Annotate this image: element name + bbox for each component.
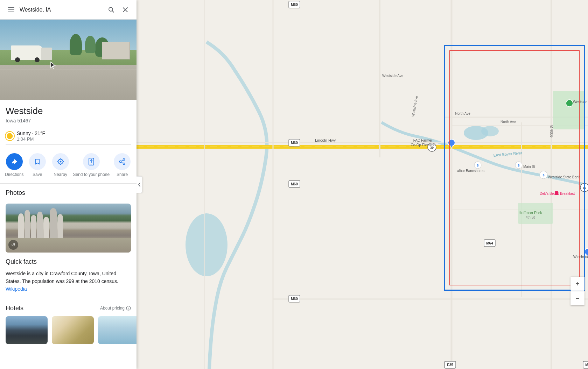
photos-title: Photos: [6, 189, 131, 197]
svg-text:M60: M60: [291, 3, 298, 7]
quick-facts-title: Quick facts: [6, 258, 131, 265]
svg-text:Deb's Bed & Breakfast: Deb's Bed & Breakfast: [540, 192, 575, 196]
hotels-header: Hotels About pricing i: [6, 305, 131, 312]
hotel-image-2: [52, 316, 94, 344]
hero-image-background: [0, 20, 136, 100]
hero-image[interactable]: [0, 20, 136, 100]
svg-text:M60: M60: [291, 182, 298, 186]
svg-line-20: [121, 162, 123, 163]
hotel-card-2[interactable]: [52, 316, 94, 344]
photo-thumbnail[interactable]: ↺: [6, 204, 131, 253]
svg-text:M60: M60: [291, 141, 298, 145]
svg-text:Westside State Bank: Westside State Bank: [548, 175, 581, 179]
svg-text:Wiechman Pig: Wiechman Pig: [573, 255, 588, 259]
svg-text:$: $: [477, 164, 478, 167]
directions-icon-circle: [6, 153, 23, 170]
map-container[interactable]: M60 M60 M60 M60 30 30 M64 E35 M64 Lincol…: [136, 0, 588, 369]
photo-image: [6, 204, 131, 253]
svg-point-26: [481, 126, 499, 136]
save-icon-circle: [29, 153, 46, 170]
collapse-sidebar-button[interactable]: [136, 176, 142, 193]
svg-text:M64: M64: [486, 241, 493, 245]
svg-point-8: [59, 161, 61, 163]
zoom-in-button[interactable]: +: [570, 277, 584, 291]
svg-text:North Ave: North Ave: [500, 120, 516, 124]
map-controls: + −: [570, 277, 584, 306]
weather-row: Sunny · 21°F 1:04 PM: [6, 128, 131, 145]
place-address: Iowa 51467: [6, 118, 131, 123]
zoom-out-button[interactable]: −: [570, 291, 584, 305]
nearby-button[interactable]: Nearby: [50, 153, 71, 178]
hotel-card-3[interactable]: [98, 316, 136, 344]
svg-line-19: [121, 160, 123, 161]
svg-text:E35: E35: [447, 363, 453, 367]
place-info: Westside Iowa 51467 Sunny · 21°F 1:04 PM: [0, 100, 136, 148]
sidebar: Westside Iowa 51467 Sunny · 21°F 1:04 PM…: [0, 0, 136, 369]
search-input[interactable]: [20, 7, 103, 13]
svg-rect-0: [8, 7, 14, 8]
svg-point-18: [120, 161, 121, 163]
photo-grid: ↺: [0, 204, 136, 258]
map-cursor: [50, 62, 56, 69]
search-bar: [0, 0, 136, 20]
weather-condition: Sunny · 21°F 1:04 PM: [17, 130, 45, 142]
place-name: Westside: [6, 106, 131, 116]
action-buttons: Directions Save Nearby: [0, 148, 136, 184]
hotel-card-1[interactable]: [6, 316, 48, 344]
hotels-section: Hotels About pricing i: [0, 299, 136, 350]
svg-point-24: [186, 213, 227, 276]
svg-text:Westside Ave: Westside Ave: [382, 74, 404, 78]
share-icon-circle: [114, 153, 131, 170]
svg-rect-2: [8, 12, 14, 12]
hotel-image-3: [98, 316, 136, 344]
sun-icon: [6, 132, 14, 140]
svg-point-16: [123, 159, 125, 161]
save-button[interactable]: Save: [27, 153, 48, 178]
svg-text:Hoffman Park: Hoffman Park: [518, 211, 542, 215]
svg-text:Co-Op Elevator: Co-Op Elevator: [411, 143, 435, 147]
svg-point-81: [566, 100, 573, 107]
svg-text:M64: M64: [585, 363, 588, 367]
svg-text:FAC Farmer: FAC Farmer: [413, 139, 433, 142]
about-pricing-button[interactable]: About pricing i: [100, 306, 131, 311]
share-button[interactable]: Share: [112, 153, 133, 178]
search-input-container: [20, 7, 103, 13]
phone-icon-circle: [83, 153, 100, 170]
hotel-cards: [6, 316, 131, 344]
map-svg: M60 M60 M60 M60 30 30 M64 E35 M64 Lincol…: [136, 0, 588, 369]
svg-text:North Ave: North Ave: [455, 112, 470, 115]
svg-text:i: i: [128, 307, 129, 310]
hamburger-menu-button[interactable]: [4, 3, 18, 17]
hotel-image-1: [6, 316, 48, 344]
directions-button[interactable]: Directions: [4, 153, 25, 178]
close-button[interactable]: [118, 3, 132, 17]
svg-text:400th St: 400th St: [550, 125, 554, 137]
svg-text:Westside Cemetery: Westside Cemetery: [573, 100, 588, 104]
svg-rect-37: [553, 91, 584, 129]
rotate-icon: ↺: [8, 240, 18, 250]
svg-text:$: $: [542, 173, 544, 177]
svg-rect-1: [8, 9, 14, 10]
svg-text:Lincoln Hwy: Lincoln Hwy: [315, 138, 336, 142]
nearby-icon-circle: [52, 153, 69, 170]
wikipedia-link[interactable]: Wikipedia: [6, 286, 27, 292]
send-to-phone-button[interactable]: Send to your phone: [73, 153, 110, 178]
search-button[interactable]: [104, 3, 118, 17]
svg-text:4th St: 4th St: [526, 215, 535, 219]
svg-text:Main St: Main St: [523, 165, 535, 169]
hotels-title: Hotels: [6, 305, 23, 312]
svg-text:$: $: [518, 164, 519, 167]
svg-rect-23: [136, 0, 588, 369]
svg-text:M60: M60: [291, 297, 298, 301]
svg-line-4: [112, 10, 114, 12]
svg-text:albur Bancshares: albur Bancshares: [457, 169, 484, 173]
photos-section: Photos: [0, 184, 136, 204]
quick-facts-section: Quick facts Westside is a city in Crawfo…: [0, 258, 136, 299]
svg-point-17: [123, 163, 125, 165]
quick-facts-text: Westside is a city in Crawford County, I…: [6, 270, 131, 293]
